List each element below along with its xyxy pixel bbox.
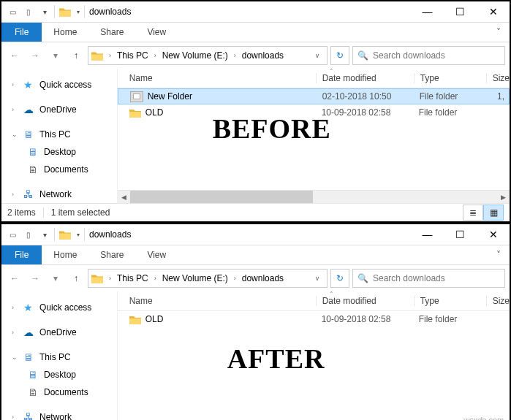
scroll-right-icon[interactable]: ▶ <box>497 191 510 203</box>
qat-newfolder-icon[interactable]: ▯ <box>20 4 37 20</box>
search-box[interactable]: 🔍 Search downloads <box>352 46 505 65</box>
sidebar-item-documents[interactable]: 🗎 Documents <box>6 383 117 401</box>
back-button[interactable]: ← <box>6 47 23 64</box>
search-box[interactable]: 🔍 Search downloads <box>352 269 505 288</box>
breadcrumb-arrow-icon[interactable]: › <box>106 52 114 59</box>
scroll-left-icon[interactable]: ◀ <box>118 191 130 203</box>
horizontal-scrollbar[interactable]: ◀ ▶ <box>118 190 510 203</box>
file-row[interactable]: New Folder 02-10-2018 10:50 File folder … <box>118 88 510 104</box>
back-button[interactable]: ← <box>6 270 23 287</box>
breadcrumb-folder[interactable]: downloads <box>241 273 285 283</box>
tab-file[interactable]: File <box>1 23 42 42</box>
sidebar-item-this-pc[interactable]: ⌄ 🖥 This PC <box>6 126 117 143</box>
scroll-thumb[interactable] <box>130 191 313 203</box>
sidebar-item-desktop[interactable]: 🖥 Desktop <box>6 143 117 161</box>
close-button[interactable]: ✕ <box>477 1 510 22</box>
search-icon: 🔍 <box>357 50 368 61</box>
sidebar-item-onedrive[interactable]: › ☁ OneDrive <box>6 101 117 118</box>
close-button[interactable]: ✕ <box>477 224 510 245</box>
tab-file[interactable]: File <box>1 245 42 264</box>
chevron-right-icon[interactable]: › <box>12 413 19 420</box>
sidebar-item-desktop[interactable]: 🖥 Desktop <box>6 366 117 383</box>
tab-share[interactable]: Share <box>88 245 135 264</box>
up-button[interactable]: ↑ <box>67 47 85 64</box>
refresh-button[interactable]: ↻ <box>330 269 349 288</box>
ribbon-expand-icon[interactable]: ˅ <box>488 245 510 264</box>
column-type[interactable]: Type <box>415 73 487 83</box>
sidebar-item-documents[interactable]: 🗎 Documents <box>6 161 117 178</box>
chevron-right-icon[interactable]: › <box>12 329 19 336</box>
file-name[interactable]: New Folder <box>148 91 192 102</box>
forward-button[interactable]: → <box>26 270 44 287</box>
folder-icon <box>129 108 141 118</box>
view-details-button[interactable]: ≣ <box>463 205 483 221</box>
chevron-right-icon[interactable]: › <box>12 304 19 311</box>
chevron-right-icon[interactable]: › <box>12 81 19 88</box>
file-size: 1, <box>485 91 509 102</box>
up-button[interactable]: ↑ <box>67 270 85 287</box>
column-name[interactable]: Name <box>118 296 317 306</box>
column-type[interactable]: Type <box>415 296 487 306</box>
chevron-down-icon[interactable]: ⌄ <box>12 354 19 361</box>
chevron-down-icon[interactable]: ⌄ <box>12 131 19 138</box>
sidebar-item-network[interactable]: › 🖧 Network <box>6 408 117 420</box>
maximize-button[interactable]: ☐ <box>444 224 477 245</box>
sidebar-item-network[interactable]: › 🖧 Network <box>6 186 117 203</box>
file-list: ˄ Name Date modified Type Size OLD 10-09… <box>118 291 510 420</box>
file-row[interactable]: OLD 10-09-2018 02:58 File folder <box>118 104 510 121</box>
column-name[interactable]: Name <box>118 73 317 83</box>
tab-share[interactable]: Share <box>88 23 135 42</box>
breadcrumb-thispc[interactable]: This PC <box>116 50 150 61</box>
minimize-button[interactable]: — <box>411 1 444 22</box>
view-large-icons-button[interactable]: ▦ <box>483 205 504 221</box>
sidebar-item-label: Quick access <box>39 302 91 313</box>
minimize-button[interactable]: — <box>411 224 444 245</box>
forward-button[interactable]: → <box>26 47 44 64</box>
title-context-caret-icon[interactable]: ▾ <box>77 232 80 238</box>
qat-properties-icon[interactable]: ▭ <box>4 4 20 20</box>
window-folder-icon <box>59 6 71 18</box>
column-size[interactable]: Size <box>487 296 510 306</box>
tab-view[interactable]: View <box>135 245 178 264</box>
chevron-right-icon[interactable]: › <box>12 191 19 198</box>
tab-home[interactable]: Home <box>42 245 88 264</box>
breadcrumb-folder[interactable]: downloads <box>241 50 285 61</box>
documents-icon: 🗎 <box>28 386 39 398</box>
address-bar[interactable]: › This PC › New Volume (E:) › downloads … <box>88 46 328 65</box>
qat-dropdown-icon[interactable]: ▾ <box>37 4 53 20</box>
tab-home[interactable]: Home <box>42 23 88 42</box>
maximize-button[interactable]: ☐ <box>444 1 477 22</box>
refresh-button[interactable]: ↻ <box>330 46 349 65</box>
address-dropdown-icon[interactable]: v <box>311 275 324 282</box>
address-bar[interactable]: › This PC › New Volume (E:) › downloads … <box>88 269 328 288</box>
breadcrumb-volume[interactable]: New Volume (E:) <box>161 273 230 283</box>
sidebar-item-quick-access[interactable]: › ★ Quick access <box>6 76 117 93</box>
breadcrumb-arrow-icon[interactable]: › <box>151 52 159 59</box>
history-dropdown-icon[interactable]: ▾ <box>47 47 64 64</box>
breadcrumb-arrow-icon[interactable]: › <box>231 275 239 282</box>
breadcrumb-arrow-icon[interactable]: › <box>231 52 239 59</box>
breadcrumb-thispc[interactable]: This PC <box>116 273 150 283</box>
ribbon-tabs: File Home Share View ˅ <box>1 245 510 265</box>
tab-view[interactable]: View <box>135 23 178 42</box>
sidebar-item-onedrive[interactable]: › ☁ OneDrive <box>6 324 117 341</box>
column-size[interactable]: Size <box>487 73 510 83</box>
qat-newfolder-icon[interactable]: ▯ <box>20 226 37 243</box>
sidebar-item-this-pc[interactable]: ⌄ 🖥 This PC <box>6 348 117 366</box>
qat-dropdown-icon[interactable]: ▾ <box>37 226 53 243</box>
title-context-caret-icon[interactable]: ▾ <box>77 9 80 15</box>
address-dropdown-icon[interactable]: v <box>311 52 324 59</box>
breadcrumb-arrow-icon[interactable]: › <box>151 275 159 282</box>
ribbon-expand-icon[interactable]: ˅ <box>488 23 510 42</box>
file-row[interactable]: OLD 10-09-2018 02:58 File folder <box>118 311 510 327</box>
chevron-right-icon[interactable]: › <box>12 106 19 113</box>
navigation-row: ← → ▾ ↑ › This PC › New Volume (E:) › do… <box>1 42 510 69</box>
breadcrumb-volume[interactable]: New Volume (E:) <box>161 50 230 61</box>
sidebar-item-quick-access[interactable]: › ★ Quick access <box>6 299 117 316</box>
window-folder-icon <box>59 229 71 240</box>
status-item-count: 2 items <box>7 207 36 218</box>
qat-properties-icon[interactable]: ▭ <box>4 226 20 243</box>
this-pc-icon: 🖥 <box>23 351 35 363</box>
breadcrumb-arrow-icon[interactable]: › <box>106 275 114 282</box>
history-dropdown-icon[interactable]: ▾ <box>47 270 64 287</box>
